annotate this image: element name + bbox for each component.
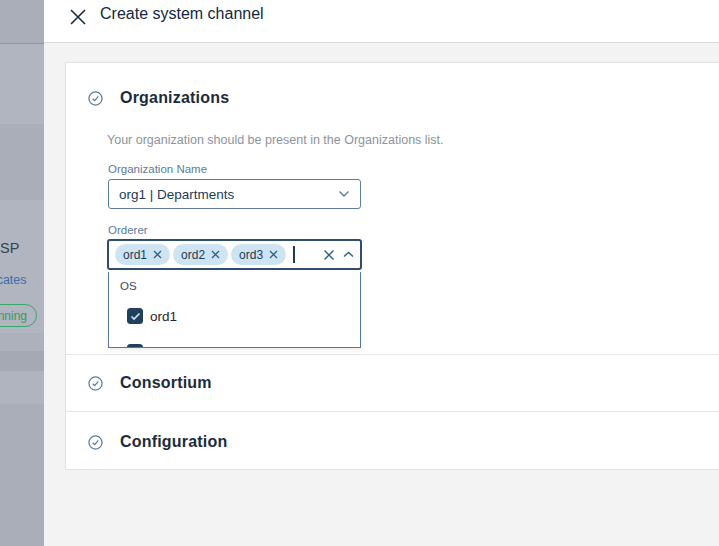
section-title: Organizations [120,89,229,107]
orderer-multiselect[interactable]: ord1 ord2 ord3 [107,239,362,270]
section-title: Configuration [120,433,227,451]
section-consortium[interactable]: Consortium [88,374,212,392]
section-organizations[interactable]: Organizations [88,89,229,107]
clear-all-icon[interactable] [323,249,335,261]
channel-form-card: Organizations Your organization should b… [65,62,719,470]
chevron-down-icon [338,190,350,198]
checkmark-circle-icon [88,376,103,391]
dropdown-group-label: OS [120,280,137,292]
create-system-channel-modal: Create system channel Organizations Your… [44,0,719,546]
remove-tag-icon[interactable] [269,250,278,259]
section-configuration[interactable]: Configuration [88,433,227,451]
checkmark-circle-icon [88,91,103,106]
running-status-badge: Running [0,304,37,327]
checkmark-circle-icon [88,435,103,450]
orderer-label: Orderer [108,224,148,236]
remove-tag-icon[interactable] [211,250,220,259]
orderer-tag: ord3 [231,244,286,265]
section-title: Consortium [120,374,212,392]
organizations-helper-text: Your organization should be present in t… [107,133,444,147]
text-cursor [293,246,295,263]
dropdown-option-partial[interactable] [127,344,143,348]
orderer-tag: ord2 [173,244,228,265]
section-divider [66,411,719,412]
tag-label: ord1 [123,248,147,262]
tag-label: ord2 [181,248,205,262]
modal-title: Create system channel [100,5,264,23]
chevron-up-icon[interactable] [343,251,354,258]
remove-tag-icon[interactable] [153,250,162,259]
checkbox-checked-icon[interactable] [127,308,143,324]
modal-header: Create system channel [44,0,719,43]
dropdown-option-ord1[interactable]: ord1 [127,308,177,324]
close-icon[interactable] [65,4,91,30]
organization-name-value: org1 | Departments [119,187,338,202]
certificates-link-fragment[interactable]: Certificates [0,273,27,287]
orderer-dropdown: OS ord1 [108,272,361,348]
orderer-tag: ord1 [115,244,170,265]
checkbox-icon[interactable] [127,344,143,348]
dropdown-option-label: ord1 [150,309,177,324]
tag-label: ord3 [239,248,263,262]
organization-name-label: Organization Name [108,163,207,175]
section-divider [66,354,719,355]
organization-name-select[interactable]: org1 | Departments [108,179,361,209]
msp-text-fragment: SP [0,240,19,256]
